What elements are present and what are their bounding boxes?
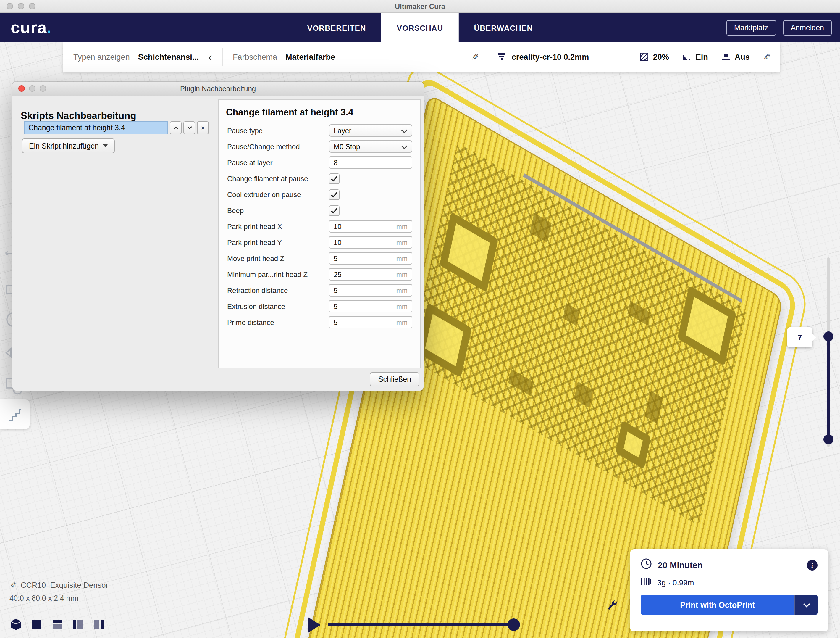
- support-stat[interactable]: Ein: [682, 52, 708, 62]
- qr-finder-square: [677, 286, 736, 366]
- view-3d-icon[interactable]: [9, 618, 22, 631]
- collapse-panel-icon[interactable]: ‹: [207, 51, 213, 62]
- move-print-head-z-input[interactable]: mm: [329, 252, 412, 264]
- settings-row: Beep: [227, 203, 414, 218]
- info-icon[interactable]: i: [807, 560, 818, 570]
- qr-finder-square: [615, 420, 651, 469]
- tab-vorbereiten[interactable]: VORBEREITEN: [292, 13, 382, 43]
- zoom-window-button[interactable]: [29, 3, 35, 9]
- prime-distance-input[interactable]: mm: [329, 316, 412, 328]
- settings-row: Pause/Change method M0 Stop: [227, 138, 414, 155]
- view-front-icon[interactable]: [30, 618, 43, 631]
- settings-row: Prime distance mm: [227, 314, 414, 330]
- field-label: Change filament at pause: [227, 174, 329, 182]
- window-title: Ultimaker Cura: [395, 2, 445, 10]
- dialog-minimize-button: [29, 85, 35, 92]
- model-list-panel[interactable]: [0, 399, 30, 429]
- view-settings-section: Typen anzeigen Schichtenansi... ‹ Farbsc…: [63, 42, 487, 71]
- move-script-down-button[interactable]: [183, 121, 195, 135]
- remove-script-button[interactable]: ×: [197, 121, 209, 135]
- print-summary-panel: 20 Minuten i 3g · 0.99m Print with OctoP…: [630, 549, 828, 632]
- view-type-value[interactable]: Schichtenansi...: [138, 52, 199, 61]
- qr-finder-square: [439, 212, 498, 292]
- chevron-down-icon: [401, 142, 407, 150]
- beep-checkbox[interactable]: [329, 205, 339, 216]
- tab-vorschau[interactable]: VORSCHAU: [382, 13, 459, 43]
- header-actions: Marktplatz Anmelden: [726, 20, 832, 35]
- settings-row: Move print head Z mm: [227, 250, 414, 266]
- dialog-zoom-button: [39, 85, 46, 92]
- adhesion-stat[interactable]: Aus: [721, 52, 750, 62]
- printer-profile[interactable]: creality-cr-10 0.2mm: [512, 52, 589, 61]
- dialog-close-button[interactable]: [18, 85, 25, 92]
- settings-row: Pause type Layer: [227, 122, 414, 138]
- selected-script-item[interactable]: Change filament at height 3.4: [24, 121, 168, 135]
- edit-view-icon[interactable]: ✎: [469, 53, 480, 60]
- printer-settings-section: creality-cr-10 0.2mm 20% Ein: [488, 42, 780, 71]
- cool-extruder-on-pause-checkbox[interactable]: [329, 189, 339, 200]
- view-left-icon[interactable]: [71, 618, 85, 631]
- macos-titlebar: Ultimaker Cura: [0, 0, 840, 13]
- script-list-row: Change filament at height 3.4 ×: [24, 121, 209, 135]
- print-options-chevron-icon[interactable]: [794, 595, 818, 615]
- rename-object-icon[interactable]: ✎: [8, 582, 17, 588]
- field-label: Prime distance: [227, 318, 329, 326]
- layer-slider-range: [827, 336, 830, 439]
- infill-stat[interactable]: 20%: [639, 52, 669, 62]
- print-button[interactable]: Print with OctoPrint: [641, 595, 818, 615]
- play-button[interactable]: [308, 617, 321, 633]
- app-window: Ultimaker Cura cura. VORBEREITEN VORSCHA…: [0, 0, 840, 638]
- printer-icon: [497, 52, 506, 62]
- retraction-distance-input[interactable]: mm: [329, 284, 412, 296]
- park-print-head-x-input[interactable]: mm: [329, 220, 412, 233]
- cura-logo: cura.: [11, 19, 52, 36]
- minimize-window-button[interactable]: [18, 3, 24, 9]
- sign-in-button[interactable]: Anmelden: [783, 20, 832, 35]
- field-label: Pause/Change method: [227, 142, 329, 150]
- pause-at-layer-input[interactable]: [329, 156, 412, 169]
- add-script-button[interactable]: Ein Skript hinzufügen: [22, 138, 115, 153]
- field-label: Retraction distance: [227, 286, 329, 294]
- print-time: 20 Minuten: [658, 560, 703, 570]
- field-label: Move print head Z: [227, 254, 329, 263]
- view-top-icon[interactable]: [51, 618, 64, 631]
- tools-wrench-icon[interactable]: [607, 600, 618, 611]
- window-controls: [6, 3, 35, 9]
- minimum-park-print-head-z-input[interactable]: mm: [329, 268, 412, 280]
- field-label: Cool extruder on pause: [227, 190, 329, 199]
- close-dialog-button[interactable]: Schließen: [370, 372, 419, 386]
- layer-number-badge: 7: [787, 327, 812, 347]
- settings-row: Minimum par...rint head Z mm: [227, 266, 414, 282]
- field-label: Pause type: [227, 127, 329, 135]
- stage-tabs: VORBEREITEN VORSCHAU ÜBERWACHEN: [292, 13, 548, 43]
- move-script-up-button[interactable]: [170, 121, 182, 135]
- park-print-head-y-input[interactable]: mm: [329, 236, 412, 249]
- settings-row: Cool extruder on pause: [227, 187, 414, 203]
- dialog-title: Plugin Nachbearbeitung: [180, 85, 256, 93]
- tab-ueberwachen[interactable]: ÜBERWACHEN: [458, 13, 548, 43]
- layer-slider-lower-handle[interactable]: [823, 434, 834, 445]
- close-window-button[interactable]: [6, 3, 13, 9]
- camera-view-buttons: [9, 618, 105, 631]
- layer-slider-upper-handle[interactable]: [823, 331, 834, 342]
- script-settings-panel: Change filament at height 3.4 Pause type…: [218, 100, 421, 368]
- chevron-down-icon: [401, 127, 407, 135]
- path-slider-track[interactable]: [328, 623, 520, 626]
- object-info: ✎ CCR10_Exquisite Densor 40.0 x 80.0 x 2…: [9, 581, 108, 603]
- view-right-icon[interactable]: [92, 618, 105, 631]
- edit-print-settings-icon[interactable]: ✎: [761, 53, 772, 60]
- change-filament-at-pause-checkbox[interactable]: [329, 173, 339, 184]
- marketplace-button[interactable]: Marktplatz: [726, 20, 776, 35]
- pause-change-method-select[interactable]: M0 Stop: [329, 140, 412, 153]
- path-slider-handle[interactable]: [508, 619, 520, 631]
- field-label: Park print head Y: [227, 238, 329, 247]
- field-label: Pause at layer: [227, 158, 329, 166]
- pause-type-select[interactable]: Layer: [329, 124, 412, 137]
- adhesion-value: Aus: [735, 52, 750, 61]
- dialog-titlebar[interactable]: Plugin Nachbearbeitung: [13, 82, 423, 97]
- view-toolbar: Typen anzeigen Schichtenansi... ‹ Farbsc…: [63, 42, 780, 71]
- clock-icon: [641, 558, 652, 572]
- color-scheme-value[interactable]: Materialfarbe: [286, 52, 335, 61]
- extrusion-distance-input[interactable]: mm: [329, 300, 412, 312]
- dropdown-caret-icon: [103, 144, 108, 147]
